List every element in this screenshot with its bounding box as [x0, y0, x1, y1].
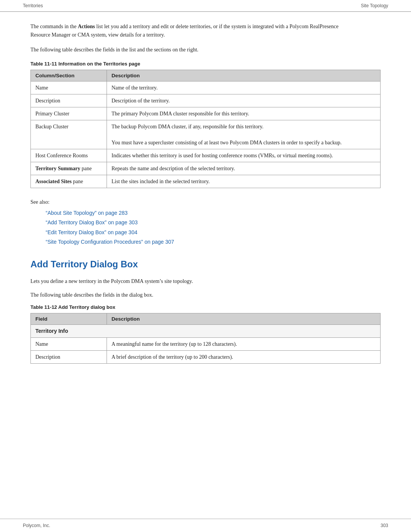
- link-edit-territory-dialog[interactable]: “Edit Territory Dialog Box” on page 304: [46, 229, 137, 235]
- table-row: Name A meaningful name for the territory…: [31, 338, 381, 351]
- table1-col-header-2: Description: [107, 70, 381, 81]
- table-row: Description Description of the territory…: [31, 94, 381, 107]
- main-content: The commands in the Actions list let you…: [0, 12, 411, 403]
- intro-paragraph-1: The commands in the Actions list let you…: [30, 22, 342, 39]
- territories-table: Column/Section Description Name Name of …: [30, 70, 381, 188]
- row-col-backup: Backup Cluster: [31, 120, 107, 149]
- link-add-territory-dialog[interactable]: “Add Territory Dialog Box” on page 303: [46, 219, 138, 225]
- actions-bold: Actions: [78, 24, 95, 29]
- footer-left: Polycom, Inc.: [23, 523, 50, 528]
- page-footer: Polycom, Inc. 303: [0, 519, 411, 532]
- row2-desc-desc: A brief description of the territory (up…: [107, 351, 381, 364]
- table-row: Host Conference Rooms Indicates whether …: [31, 149, 381, 162]
- row-col-associated-sites: Associated Sites pane: [31, 175, 107, 188]
- table1-caption: Table 11-11 Information on the Territori…: [30, 61, 381, 67]
- add-territory-heading: Add Territory Dialog Box: [30, 259, 381, 270]
- table2-caption-bold: Table 11-12: [30, 304, 57, 310]
- row-desc-name: Name of the territory.: [107, 81, 381, 94]
- row-col-host: Host Conference Rooms: [31, 149, 107, 162]
- table2-caption-normal: Add Territory dialog box: [57, 304, 115, 310]
- table2-header-row: Field Description: [31, 313, 381, 325]
- territory-info-row: Territory Info: [31, 325, 381, 338]
- footer-right: 303: [381, 523, 388, 528]
- intro-paragraph-2: The following table describes the fields…: [30, 46, 342, 54]
- header-left: Territories: [23, 3, 43, 8]
- table-row: Backup Cluster The backup Polycom DMA cl…: [31, 120, 381, 149]
- table-row: Description A brief description of the t…: [31, 351, 381, 364]
- see-also-label: See also:: [30, 197, 381, 207]
- table-row: Name Name of the territory.: [31, 81, 381, 94]
- row2-desc-name: A meaningful name for the territory (up …: [107, 338, 381, 351]
- row-col-primary: Primary Cluster: [31, 107, 107, 120]
- row-desc-territory-summary: Repeats the name and description of the …: [107, 162, 381, 175]
- row-desc-associated-sites: List the sites included in the selected …: [107, 175, 381, 188]
- row-col-name: Name: [31, 81, 107, 94]
- table1-caption-normal: Information on the Territories page: [57, 61, 140, 67]
- row2-col-desc: Description: [31, 351, 107, 364]
- section-para-1: Lets you define a new territory in the P…: [30, 277, 342, 286]
- see-also-link-3[interactable]: “Edit Territory Dialog Box” on page 304: [46, 228, 381, 237]
- table2-col-header-1: Field: [31, 313, 107, 325]
- row-col-desc: Description: [31, 94, 107, 107]
- page-header: Territories Site Topology: [0, 0, 411, 12]
- table1-col-header-1: Column/Section: [31, 70, 107, 81]
- table-row: Primary Cluster The primary Polycom DMA …: [31, 107, 381, 120]
- row-desc-primary: The primary Polycom DMA cluster responsi…: [107, 107, 381, 120]
- see-also-link-1[interactable]: “About Site Topology” on page 283: [46, 208, 381, 218]
- see-also-section: See also: “About Site Topology” on page …: [30, 197, 381, 247]
- see-also-links: “About Site Topology” on page 283 “Add T…: [30, 208, 381, 247]
- table2-caption: Table 11-12 Add Territory dialog box: [30, 304, 381, 310]
- header-right: Site Topology: [361, 3, 388, 8]
- link-site-topology-config[interactable]: “Site Topology Configuration Procedures”…: [46, 239, 174, 245]
- table-row: Territory Summary pane Repeats the name …: [31, 162, 381, 175]
- row2-col-name: Name: [31, 338, 107, 351]
- row-desc-host: Indicates whether this territory is used…: [107, 149, 381, 162]
- section-para-2: The following table describes the fields…: [30, 291, 342, 299]
- table-row: Associated Sites pane List the sites inc…: [31, 175, 381, 188]
- table1-caption-bold: Table 11-11: [30, 61, 57, 67]
- add-territory-table: Field Description Territory Info Name A …: [30, 313, 381, 364]
- table2-col-header-2: Description: [107, 313, 381, 325]
- territory-summary-bold: Territory Summary: [35, 166, 80, 171]
- link-about-site-topology[interactable]: “About Site Topology” on page 283: [46, 210, 127, 216]
- see-also-link-2[interactable]: “Add Territory Dialog Box” on page 303: [46, 218, 381, 227]
- associated-sites-bold: Associated Sites: [35, 179, 72, 184]
- row-desc-desc: Description of the territory.: [107, 94, 381, 107]
- see-also-link-4[interactable]: “Site Topology Configuration Procedures”…: [46, 237, 381, 247]
- row-col-territory-summary: Territory Summary pane: [31, 162, 107, 175]
- territory-info-label: Territory Info: [31, 325, 381, 338]
- table1-header-row: Column/Section Description: [31, 70, 381, 81]
- row-desc-backup: The backup Polycom DMA cluster, if any, …: [107, 120, 381, 149]
